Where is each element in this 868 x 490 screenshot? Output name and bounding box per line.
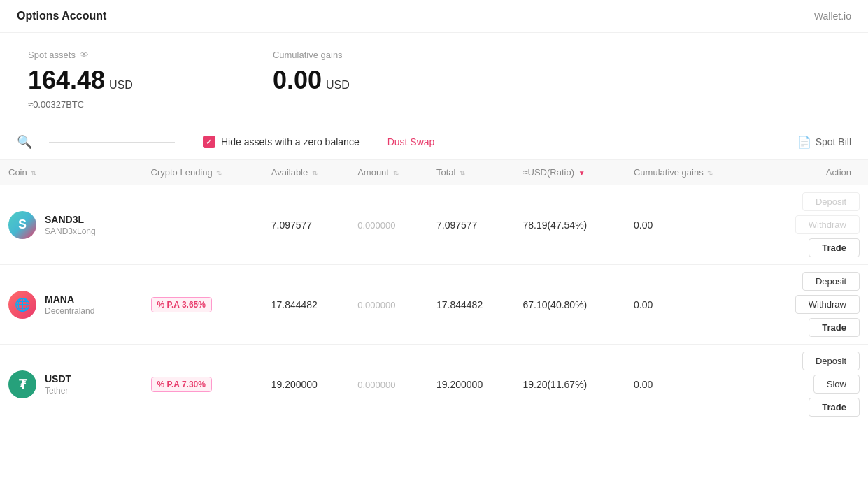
usd-ratio-cell: 67.10(40.80%) <box>514 265 625 345</box>
deposit-button[interactable]: Deposit <box>802 272 860 291</box>
lending-badge: % P.A 7.30% <box>151 377 212 392</box>
withdraw-button[interactable]: Withdraw <box>795 295 860 314</box>
sort-icon-available[interactable]: ⇅ <box>312 169 318 177</box>
action-cell: DepositSlowTrade <box>757 345 868 424</box>
cumulative-gains-section: Cumulative gains 0.00 USD <box>273 50 350 110</box>
coin-name: Tether <box>45 386 71 396</box>
usd-ratio-cell: 78.19(47.54%) <box>514 185 625 265</box>
assets-table: Coin ⇅ Crypto Lending ⇅ Available ⇅ Amou… <box>0 160 868 424</box>
amount-cell: 0.000000 <box>349 185 428 265</box>
col-action: Action <box>757 160 868 185</box>
crypto-lending-cell: % P.A 7.30% <box>143 345 263 424</box>
crypto-lending-cell: % P.A 3.65% <box>143 265 263 345</box>
table-header: Coin ⇅ Crypto Lending ⇅ Available ⇅ Amou… <box>0 160 868 185</box>
coin-name: Decentraland <box>45 306 94 316</box>
total-cell: 7.097577 <box>428 185 514 265</box>
sort-icon-lending[interactable]: ⇅ <box>216 169 222 177</box>
col-coin: Coin ⇅ <box>0 160 143 185</box>
table-row: S SAND3L SAND3xLong 7.097577 0.000000 7.… <box>0 185 868 265</box>
deposit-button[interactable]: Deposit <box>802 192 860 211</box>
hide-assets-label: Hide assets with a zero balance <box>221 136 360 147</box>
spot-bill-button[interactable]: 📄 Spot Bill <box>797 136 851 149</box>
deposit-button[interactable]: Deposit <box>802 352 860 370</box>
coin-name: SAND3xLong <box>45 226 96 236</box>
search-divider <box>49 142 175 143</box>
trade-button[interactable]: Trade <box>809 398 860 417</box>
table-row: 🌐 MANA Decentraland % P.A 3.65% 17.84448… <box>0 265 868 345</box>
col-total: Total ⇅ <box>428 160 514 185</box>
eye-icon[interactable]: 👁 <box>80 50 89 60</box>
coin-avatar: ₮ <box>8 370 36 398</box>
document-icon: 📄 <box>797 136 811 149</box>
spot-assets-label: Spot assets 👁 <box>28 50 133 60</box>
hide-assets-control[interactable]: ✓ Hide assets with a zero balance <box>203 136 360 148</box>
dust-swap-link[interactable]: Dust Swap <box>387 136 435 147</box>
gains-value: 0.00 USD <box>273 66 350 95</box>
gains-cell: 0.00 <box>625 345 757 424</box>
spot-assets-value: 164.48 USD <box>28 66 133 95</box>
hide-assets-checkbox[interactable]: ✓ <box>203 136 215 148</box>
total-cell: 19.200000 <box>428 345 514 424</box>
total-cell: 17.844482 <box>428 265 514 345</box>
col-amount: Amount ⇅ <box>349 160 428 185</box>
slow-button[interactable]: Slow <box>813 375 860 394</box>
gains-cell: 0.00 <box>625 185 757 265</box>
col-cumulative-gains: Cumulative gains ⇅ <box>625 160 757 185</box>
amount-cell: 0.000000 <box>349 265 428 345</box>
usd-ratio-cell: 19.20(11.67%) <box>514 345 625 424</box>
action-cell: DepositWithdrawTrade <box>757 265 868 345</box>
table-row: ₮ USDT Tether % P.A 7.30% 19.200000 0.00… <box>0 345 868 424</box>
col-usd-ratio: ≈USD(Ratio) ▼ <box>514 160 625 185</box>
spot-assets-section: Spot assets 👁 164.48 USD ≈0.00327BTC <box>28 50 133 110</box>
trade-button[interactable]: Trade <box>809 238 860 257</box>
available-cell: 19.200000 <box>263 345 349 424</box>
available-cell: 17.844482 <box>263 265 349 345</box>
amount-cell: 0.000000 <box>349 345 428 424</box>
header: Options Account Wallet.io <box>0 0 868 33</box>
page-title: Options Account <box>17 10 106 22</box>
spot-assets-btc: ≈0.00327BTC <box>28 99 133 110</box>
table-body: S SAND3L SAND3xLong 7.097577 0.000000 7.… <box>0 185 868 424</box>
col-crypto-lending: Crypto Lending ⇅ <box>143 160 263 185</box>
sort-icon-coin[interactable]: ⇅ <box>31 169 36 177</box>
coin-cell: ₮ USDT Tether <box>0 345 143 424</box>
brand-label: Wallet.io <box>814 10 851 22</box>
sort-icon-total[interactable]: ⇅ <box>460 169 465 177</box>
coin-cell: S SAND3L SAND3xLong <box>0 185 143 265</box>
coin-symbol: USDT <box>45 373 71 384</box>
sort-icon-usd[interactable]: ▼ <box>578 169 585 177</box>
sort-icon-amount[interactable]: ⇅ <box>393 169 399 177</box>
lending-badge: % P.A 3.65% <box>151 297 212 312</box>
search-icon[interactable]: 🔍 <box>17 134 32 150</box>
coin-avatar: 🌐 <box>8 291 36 319</box>
coin-avatar: S <box>8 211 36 239</box>
sort-icon-gains[interactable]: ⇅ <box>707 169 713 177</box>
coin-symbol: SAND3L <box>45 214 96 225</box>
coin-symbol: MANA <box>45 294 94 305</box>
available-cell: 7.097577 <box>263 185 349 265</box>
col-available: Available ⇅ <box>263 160 349 185</box>
gains-label: Cumulative gains <box>273 50 350 60</box>
summary-section: Spot assets 👁 164.48 USD ≈0.00327BTC Cum… <box>0 33 868 124</box>
gains-cell: 0.00 <box>625 265 757 345</box>
toolbar: 🔍 ✓ Hide assets with a zero balance Dust… <box>0 124 868 160</box>
trade-button[interactable]: Trade <box>809 318 860 337</box>
withdraw-button[interactable]: Withdraw <box>795 215 860 234</box>
crypto-lending-cell <box>143 185 263 265</box>
action-cell: DepositWithdrawTrade <box>757 185 868 265</box>
coin-cell: 🌐 MANA Decentraland <box>0 265 143 345</box>
